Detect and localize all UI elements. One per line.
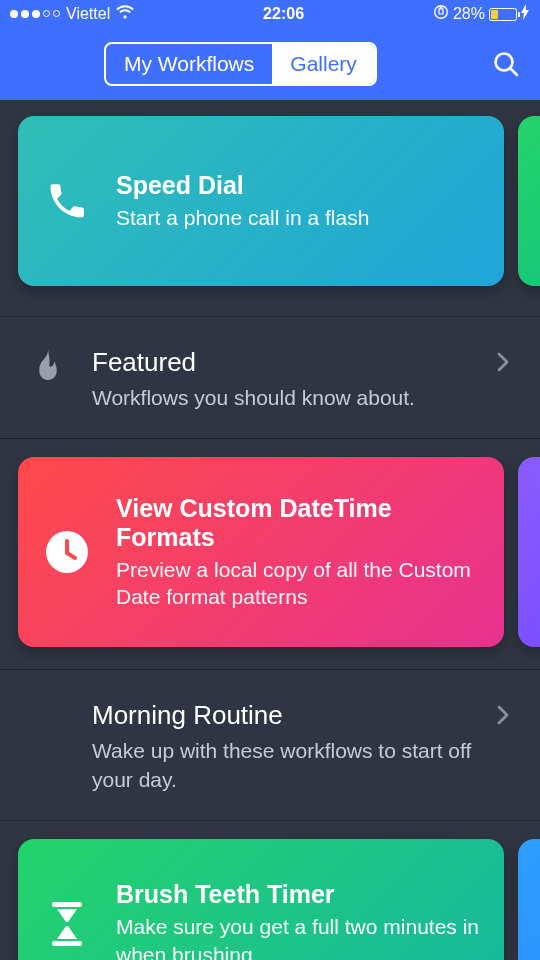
svg-line-2 bbox=[511, 69, 518, 76]
chevron-right-icon bbox=[496, 704, 516, 730]
signal-dots bbox=[10, 10, 60, 18]
card-title: View Custom DateTime Formats bbox=[116, 494, 482, 552]
card-row-morning[interactable]: Brush Teeth Timer Make sure you get a fu… bbox=[0, 821, 540, 960]
phone-icon bbox=[40, 174, 94, 228]
charging-icon bbox=[521, 4, 530, 24]
tab-gallery[interactable]: Gallery bbox=[272, 44, 375, 84]
section-title: Featured bbox=[92, 347, 486, 378]
section-subtitle: Workflows you should know about. bbox=[92, 384, 486, 412]
card-title: Brush Teeth Timer bbox=[116, 880, 482, 909]
card-peek-next[interactable] bbox=[518, 457, 540, 647]
search-icon bbox=[491, 49, 521, 79]
flame-icon bbox=[24, 347, 72, 383]
nav-bar: My Workflows Gallery bbox=[0, 28, 540, 100]
card-subtitle: Start a phone call in a flash bbox=[116, 204, 482, 231]
svg-rect-4 bbox=[52, 902, 82, 907]
card-title: Speed Dial bbox=[116, 171, 482, 200]
segmented-control: My Workflows Gallery bbox=[104, 42, 377, 86]
card-brush-teeth-timer[interactable]: Brush Teeth Timer Make sure you get a fu… bbox=[18, 839, 504, 960]
card-row-featured[interactable]: View Custom DateTime Formats Preview a l… bbox=[0, 439, 540, 670]
battery-icon bbox=[489, 8, 517, 21]
card-peek-next[interactable] bbox=[518, 116, 540, 286]
card-speed-dial[interactable]: Speed Dial Start a phone call in a flash bbox=[18, 116, 504, 286]
card-row-essentials[interactable]: Speed Dial Start a phone call in a flash bbox=[0, 100, 540, 317]
svg-rect-5 bbox=[52, 941, 82, 946]
section-subtitle: Wake up with these workflows to start of… bbox=[92, 737, 486, 794]
section-title: Morning Routine bbox=[92, 700, 486, 731]
gallery-content: Speed Dial Start a phone call in a flash… bbox=[0, 100, 540, 960]
card-datetime-formats[interactable]: View Custom DateTime Formats Preview a l… bbox=[18, 457, 504, 647]
search-button[interactable] bbox=[488, 46, 524, 82]
clock-icon bbox=[40, 525, 94, 579]
wifi-icon bbox=[116, 5, 134, 23]
card-subtitle: Preview a local copy of all the Custom D… bbox=[116, 556, 482, 611]
orientation-lock-icon bbox=[433, 4, 449, 24]
carrier-label: Viettel bbox=[66, 5, 110, 23]
card-subtitle: Make sure you get a full two minutes in … bbox=[116, 913, 482, 960]
card-peek-next[interactable] bbox=[518, 839, 540, 960]
clock: 22:06 bbox=[134, 5, 433, 23]
chevron-right-icon bbox=[496, 351, 516, 377]
svg-point-0 bbox=[435, 6, 448, 19]
status-bar: Viettel 22:06 28% bbox=[0, 0, 540, 28]
tab-my-workflows[interactable]: My Workflows bbox=[106, 44, 272, 84]
hourglass-icon bbox=[40, 897, 94, 951]
section-featured[interactable]: Featured Workflows you should know about… bbox=[0, 317, 540, 439]
battery-percent: 28% bbox=[453, 5, 485, 23]
section-morning-routine[interactable]: Morning Routine Wake up with these workf… bbox=[0, 670, 540, 821]
